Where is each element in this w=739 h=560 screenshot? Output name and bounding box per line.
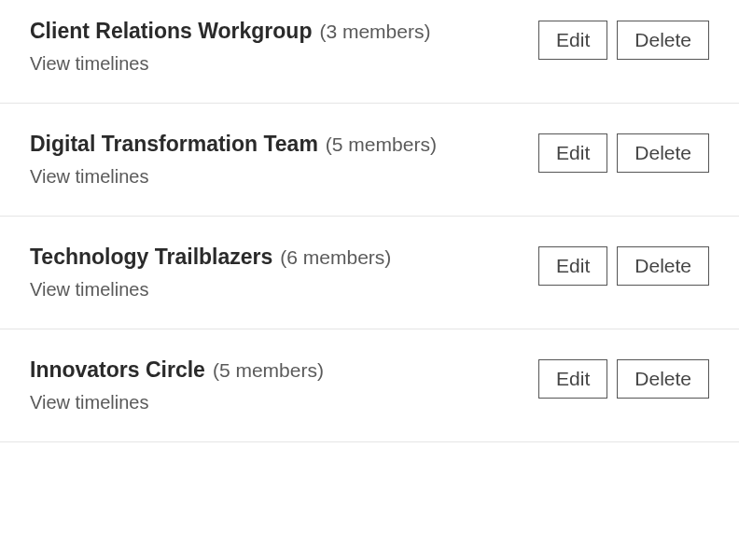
group-item: Technology Trailblazers (6 members) View… [0,217,739,329]
delete-button[interactable]: Delete [617,21,709,60]
group-members-count: (5 members) [213,359,324,382]
group-actions: Edit Delete [538,21,709,60]
group-name: Client Relations Workgroup [30,19,312,44]
group-title-row: Innovators Circle (5 members) [30,357,538,383]
edit-button[interactable]: Edit [538,21,607,60]
group-info: Innovators Circle (5 members) View timel… [30,357,538,413]
group-actions: Edit Delete [538,133,709,173]
group-name: Innovators Circle [30,357,205,383]
group-item: Client Relations Workgroup (3 members) V… [0,0,739,104]
group-name: Technology Trailblazers [30,245,272,270]
view-timelines-link[interactable]: View timelines [30,279,148,301]
edit-button[interactable]: Edit [538,133,607,173]
delete-button[interactable]: Delete [617,133,709,173]
delete-button[interactable]: Delete [617,246,709,286]
group-actions: Edit Delete [538,359,709,399]
view-timelines-link[interactable]: View timelines [30,166,148,188]
group-actions: Edit Delete [538,246,709,286]
group-members-count: (3 members) [319,21,430,43]
group-title-row: Client Relations Workgroup (3 members) [30,19,538,44]
group-members-count: (6 members) [280,246,391,269]
group-title-row: Digital Transformation Team (5 members) [30,132,538,157]
group-members-count: (5 members) [326,133,437,156]
group-list: Client Relations Workgroup (3 members) V… [0,0,739,442]
group-info: Digital Transformation Team (5 members) … [30,132,538,188]
edit-button[interactable]: Edit [538,359,607,399]
group-name: Digital Transformation Team [30,132,318,157]
group-item: Innovators Circle (5 members) View timel… [0,329,739,442]
group-title-row: Technology Trailblazers (6 members) [30,245,538,270]
group-item: Digital Transformation Team (5 members) … [0,104,739,217]
view-timelines-link[interactable]: View timelines [30,53,148,75]
group-info: Technology Trailblazers (6 members) View… [30,245,538,301]
edit-button[interactable]: Edit [538,246,607,286]
view-timelines-link[interactable]: View timelines [30,392,148,413]
delete-button[interactable]: Delete [617,359,709,399]
group-info: Client Relations Workgroup (3 members) V… [30,19,538,75]
